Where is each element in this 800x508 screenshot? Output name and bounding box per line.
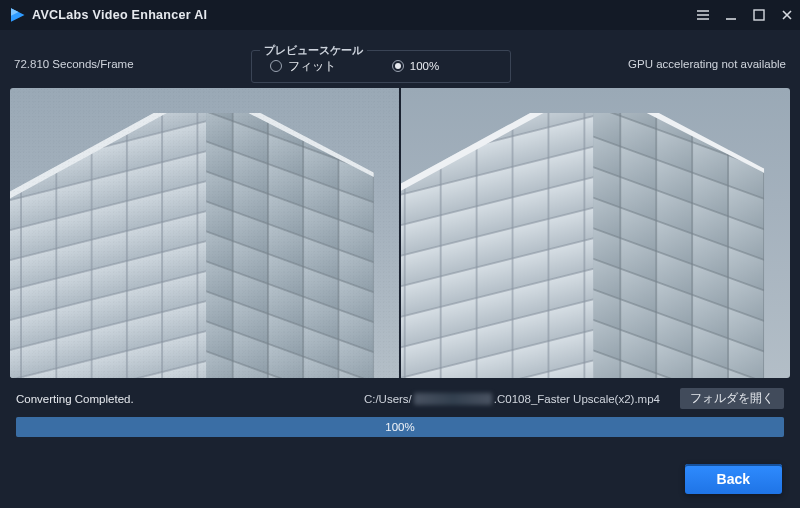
building-illustration	[401, 113, 790, 378]
app-title: AVCLabs Video Enhancer AI	[32, 8, 207, 22]
progress-bar: 100%	[16, 417, 784, 437]
back-button[interactable]: Back	[685, 464, 782, 494]
output-file-path: C:/Users/ .C0108_Faster Upscale(x2).mp4	[364, 393, 660, 405]
radio-label-fit: フィット	[288, 59, 336, 74]
preview-scale-label: プレビュースケール	[260, 43, 367, 58]
preview-enhanced	[401, 88, 790, 378]
maximize-icon[interactable]	[752, 8, 766, 22]
top-info-row: 72.810 Seconds/Frame プレビュースケール フィット 100%…	[0, 30, 800, 88]
menu-icon[interactable]	[696, 8, 710, 22]
preview-compare	[10, 88, 790, 378]
svg-marker-15	[593, 113, 764, 378]
gpu-status: GPU accelerating not available	[628, 58, 786, 70]
noise-overlay	[10, 88, 399, 378]
close-icon[interactable]	[780, 8, 794, 22]
open-folder-button[interactable]: フォルダを開く	[680, 388, 784, 409]
radio-label-100: 100%	[410, 60, 439, 72]
path-prefix: C:/Users/	[364, 393, 412, 405]
play-triangle-icon	[8, 6, 26, 24]
preview-scale-fit-radio[interactable]: フィット	[270, 59, 336, 74]
app-logo: AVCLabs Video Enhancer AI	[8, 6, 207, 24]
title-bar: AVCLabs Video Enhancer AI	[0, 0, 800, 30]
progress-wrap: 100%	[0, 415, 800, 437]
radio-icon	[270, 60, 282, 72]
path-suffix: .C0108_Faster Upscale(x2).mp4	[494, 393, 660, 405]
progress-label: 100%	[16, 417, 784, 437]
seconds-per-frame: 72.810 Seconds/Frame	[14, 58, 134, 70]
preview-original	[10, 88, 399, 378]
minimize-icon[interactable]	[724, 8, 738, 22]
conversion-status: Converting Completed.	[16, 393, 134, 405]
redacted-path-segment	[414, 393, 492, 405]
svg-rect-2	[754, 10, 764, 20]
svg-marker-14	[401, 113, 593, 378]
radio-icon	[392, 60, 404, 72]
status-row: Converting Completed. C:/Users/ .C0108_F…	[0, 378, 800, 415]
preview-scale-100-radio[interactable]: 100%	[392, 60, 439, 72]
preview-scale-group: プレビュースケール フィット 100%	[251, 50, 511, 83]
window-controls	[696, 0, 794, 30]
